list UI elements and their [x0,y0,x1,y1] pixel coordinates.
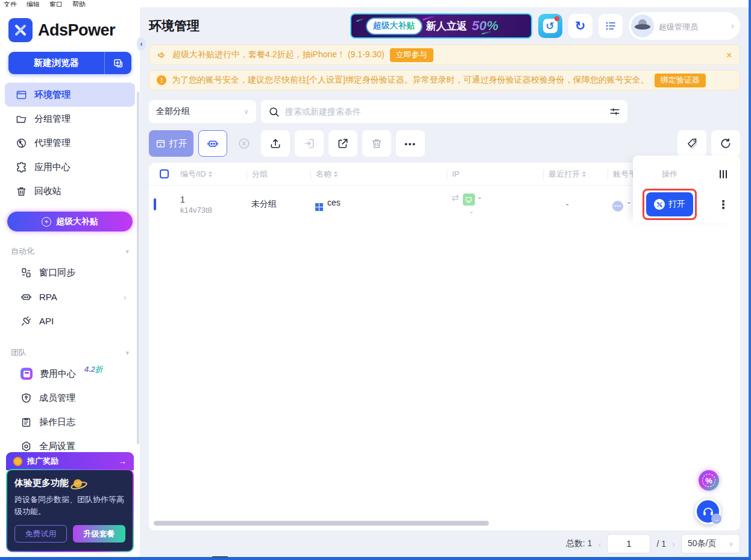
chevron-down-icon[interactable]: ▾ [125,248,129,256]
subsidy-campaign-banner[interactable]: 超级大补贴 新人立返 50% [350,13,532,39]
list-icon [605,20,617,32]
api-plug-icon [20,315,32,327]
sidebar-item-groups[interactable]: 分组管理 [5,107,135,131]
join-now-button[interactable]: 立即参与 [390,48,433,62]
sidebar-item-label: 回收站 [34,186,61,197]
upgrade-card-desc: 跨设备同步数据、团队协作等高级功能。 [14,494,125,518]
menu-help[interactable]: 帮助 [72,0,86,7]
prev-page-icon[interactable]: ‹ [598,539,601,549]
rpa-batch-button[interactable] [198,130,227,157]
sidebar-item-members[interactable]: 成员管理 [5,386,135,410]
new-browser-button[interactable]: 新建浏览器 [8,52,131,74]
search-box [261,100,627,123]
sidebar-collapse-button[interactable]: ‹ [137,37,146,51]
header-id[interactable]: 编号/ID [175,169,247,179]
adspower-browser-icon [654,199,665,210]
close-all-button[interactable] [232,130,256,157]
sidebar-item-label: RPA [39,292,57,302]
filter-sliders-icon[interactable] [609,106,620,117]
menu-window[interactable]: 窗口 [49,0,63,7]
sidebar-item-rpa[interactable]: RPA › [5,285,135,309]
sort-icon[interactable] [334,171,338,177]
sidebar-item-window-sync[interactable]: 窗口同步 [5,260,135,285]
more-actions-button[interactable]: ••• [396,130,425,157]
new-browser-label[interactable]: 新建浏览器 [8,52,105,74]
header-action: 操作 [633,169,706,180]
row-checkbox[interactable] [154,198,156,210]
brand-name: AdsPower [38,21,115,40]
header-last-open[interactable]: 最近打开 [543,169,608,179]
sidebar-item-apps[interactable]: 应用中心 [5,155,135,179]
batch-create-icon[interactable] [105,52,131,74]
task-list-button[interactable] [599,14,623,38]
bind-authenticator-button[interactable]: 绑定验证器 [655,74,706,87]
sidebar-scrollbar[interactable] [137,92,139,444]
sidebar-item-label: 环境管理 [34,89,71,101]
sync-icon: ↻ [575,19,586,33]
sidebar-item-recycle[interactable]: 回收站 [5,179,135,203]
avatar [631,14,654,37]
super-subsidy-button[interactable]: ÷ 超级大补贴 [7,212,133,231]
settings-icon [20,441,32,452]
close-icon[interactable]: × [726,50,732,60]
taskbar-notch [212,556,228,560]
section-team[interactable]: 团队 ▾ [11,347,129,358]
quick-return-button[interactable]: ↺ [538,14,562,38]
subsidy-label: 超级大补贴 [56,216,98,227]
chevron-down-icon[interactable]: ▾ [125,349,129,357]
page-of: / 1 [656,539,666,549]
sort-icon[interactable] [209,171,212,177]
sidebar-item-environment[interactable]: 环境管理 [5,83,135,107]
sidebar-item-label: 代理管理 [34,137,71,149]
windows-icon [315,203,323,211]
arrow-right-icon: → [711,514,721,524]
sidebar-item-logs[interactable]: 操作日志 [5,410,135,434]
section-automation[interactable]: 自动化 ▾ [11,246,129,257]
select-all-checkbox[interactable] [160,169,169,178]
sidebar: AdsPower 新建浏览器 环境管理 分组管理 代理管理 应用中心 回收站 [0,7,140,557]
header-name[interactable]: 名称 [310,169,447,179]
share-upload-button[interactable] [261,130,290,157]
page-input[interactable] [607,534,650,553]
close-circle-icon [237,137,251,150]
sort-icon[interactable] [582,171,586,177]
horizontal-scrollbar[interactable] [154,521,489,526]
promo-float-button[interactable]: % [699,470,719,491]
sidebar-item-proxy[interactable]: 代理管理 [5,131,135,155]
page-size-select[interactable]: 50条/页 ∨ [681,534,740,553]
export-button[interactable] [328,130,357,157]
sync-button[interactable]: ↻ [568,14,592,38]
batch-open-button[interactable]: 打开 [149,130,193,157]
search-input[interactable] [285,107,604,116]
free-trial-button[interactable]: 免费试用 [14,525,67,543]
sidebar-item-api[interactable]: API [5,309,135,333]
puzzle-icon [16,162,27,173]
annotation-highlight: 打开 [643,189,697,220]
robot-icon [20,291,32,303]
user-profile[interactable]: 超级管理员 › [629,12,740,40]
sidebar-item-billing[interactable]: 费用中心 4.2折 [5,362,135,386]
refresh-button[interactable] [711,130,740,157]
upload-icon [269,137,281,149]
tags-button[interactable] [677,130,706,157]
group-select[interactable]: 全部分组 ∨ [149,100,256,123]
swap-icon[interactable]: ⇄ [451,192,459,203]
banner-percent: 50% [472,18,498,34]
row-more-icon[interactable]: ⋮ [718,199,729,210]
menu-file[interactable]: 文件 [4,0,17,7]
cell-name: ces [310,198,447,211]
cell-last-open: - [543,200,608,209]
delete-button[interactable] [362,130,391,157]
row-open-button[interactable]: 打开 [646,192,693,216]
import-button[interactable] [295,130,324,157]
next-page-icon[interactable]: › [672,539,675,549]
open-window-icon [156,139,166,149]
cell-ip: ⇄- - [447,192,543,217]
column-settings-icon[interactable] [720,170,727,178]
chevron-right-icon: › [731,20,734,31]
customer-service-button[interactable]: → [695,499,721,524]
referral-banner[interactable]: 推广奖励 → [6,452,134,470]
menu-edit[interactable]: 编辑 [27,0,40,7]
brand: AdsPower [8,18,140,42]
upgrade-plan-button[interactable]: 升级套餐 [73,525,125,543]
